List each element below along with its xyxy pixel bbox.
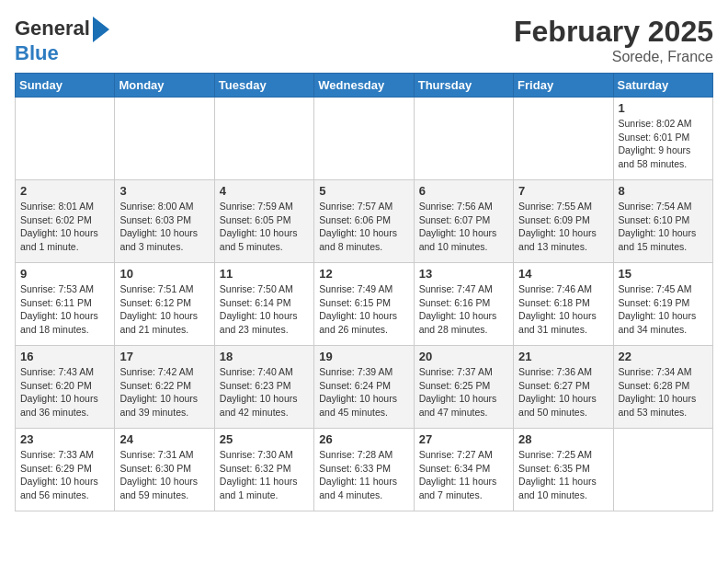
- logo-general: General: [15, 17, 90, 40]
- day-info: Sunrise: 7:54 AM Sunset: 6:10 PM Dayligh…: [619, 200, 708, 254]
- calendar-cell: [514, 98, 613, 180]
- day-number: 28: [518, 432, 608, 446]
- day-info: Sunrise: 7:51 AM Sunset: 6:12 PM Dayligh…: [119, 282, 209, 337]
- day-info: Sunrise: 8:02 AM Sunset: 6:01 PM Dayligh…: [619, 117, 708, 171]
- calendar-cell: 26Sunrise: 7:28 AM Sunset: 6:33 PM Dayli…: [314, 429, 414, 511]
- day-number: 22: [619, 350, 708, 363]
- day-info: Sunrise: 7:57 AM Sunset: 6:06 PM Dayligh…: [319, 200, 408, 254]
- calendar-cell: 3Sunrise: 8:00 AM Sunset: 6:03 PM Daylig…: [115, 180, 214, 263]
- day-info: Sunrise: 8:01 AM Sunset: 6:02 PM Dayligh…: [20, 200, 109, 254]
- day-number: 17: [119, 350, 209, 363]
- day-info: Sunrise: 7:55 AM Sunset: 6:09 PM Dayligh…: [518, 200, 608, 254]
- calendar-cell: 10Sunrise: 7:51 AM Sunset: 6:12 PM Dayli…: [115, 263, 214, 346]
- day-number: 5: [319, 184, 408, 198]
- calendar-cell: [16, 98, 115, 180]
- day-number: 14: [518, 267, 608, 281]
- day-number: 23: [20, 432, 109, 446]
- calendar-cell: 18Sunrise: 7:40 AM Sunset: 6:23 PM Dayli…: [214, 346, 313, 429]
- day-info: Sunrise: 7:36 AM Sunset: 6:27 PM Dayligh…: [518, 365, 608, 419]
- day-info: Sunrise: 7:39 AM Sunset: 6:24 PM Dayligh…: [319, 365, 408, 419]
- calendar-cell: 25Sunrise: 7:30 AM Sunset: 6:32 PM Dayli…: [214, 429, 313, 511]
- day-info: Sunrise: 7:53 AM Sunset: 6:11 PM Dayligh…: [20, 282, 109, 337]
- calendar-cell: 14Sunrise: 7:46 AM Sunset: 6:18 PM Dayli…: [514, 263, 613, 346]
- week-row-4: 16Sunrise: 7:43 AM Sunset: 6:20 PM Dayli…: [16, 346, 713, 429]
- weekday-header-tuesday: Tuesday: [214, 74, 313, 98]
- day-number: 19: [319, 350, 408, 363]
- day-info: Sunrise: 7:37 AM Sunset: 6:25 PM Dayligh…: [419, 365, 508, 419]
- day-number: 25: [220, 432, 309, 446]
- day-number: 26: [319, 432, 408, 446]
- day-info: Sunrise: 7:25 AM Sunset: 6:35 PM Dayligh…: [518, 448, 608, 502]
- calendar-table: SundayMondayTuesdayWednesdayThursdayFrid…: [15, 73, 713, 511]
- calendar-cell: 2Sunrise: 8:01 AM Sunset: 6:02 PM Daylig…: [16, 180, 115, 263]
- calendar-cell: 22Sunrise: 7:34 AM Sunset: 6:28 PM Dayli…: [613, 346, 712, 429]
- logo-arrow-icon: [93, 17, 109, 42]
- day-number: 9: [20, 267, 109, 281]
- weekday-header-friday: Friday: [514, 74, 613, 98]
- calendar-cell: 1Sunrise: 8:02 AM Sunset: 6:01 PM Daylig…: [613, 98, 712, 180]
- day-number: 3: [119, 184, 209, 198]
- day-info: Sunrise: 7:46 AM Sunset: 6:18 PM Dayligh…: [518, 282, 608, 337]
- week-row-5: 23Sunrise: 7:33 AM Sunset: 6:29 PM Dayli…: [16, 429, 713, 511]
- calendar-cell: 6Sunrise: 7:56 AM Sunset: 6:07 PM Daylig…: [414, 180, 513, 263]
- weekday-header-thursday: Thursday: [414, 74, 513, 98]
- day-number: 15: [619, 267, 708, 281]
- day-info: Sunrise: 7:49 AM Sunset: 6:15 PM Dayligh…: [319, 282, 408, 337]
- calendar-cell: 21Sunrise: 7:36 AM Sunset: 6:27 PM Dayli…: [514, 346, 613, 429]
- calendar-cell: 13Sunrise: 7:47 AM Sunset: 6:16 PM Dayli…: [414, 263, 513, 346]
- day-info: Sunrise: 7:42 AM Sunset: 6:22 PM Dayligh…: [119, 365, 209, 419]
- day-number: 10: [119, 267, 209, 281]
- calendar-title: February 2025: [514, 15, 713, 49]
- day-number: 13: [419, 267, 508, 281]
- week-row-1: 1Sunrise: 8:02 AM Sunset: 6:01 PM Daylig…: [16, 98, 713, 180]
- calendar-cell: [115, 98, 214, 180]
- day-number: 6: [419, 184, 508, 198]
- logo-blue: Blue: [15, 42, 109, 64]
- day-info: Sunrise: 7:27 AM Sunset: 6:34 PM Dayligh…: [419, 448, 508, 502]
- day-info: Sunrise: 7:47 AM Sunset: 6:16 PM Dayligh…: [419, 282, 508, 337]
- logo: General Blue: [15, 15, 109, 64]
- day-number: 18: [220, 350, 309, 363]
- day-number: 24: [119, 432, 209, 446]
- day-number: 1: [619, 101, 708, 115]
- title-block: February 2025 Sorede, France: [514, 15, 713, 65]
- day-number: 21: [518, 350, 608, 363]
- day-number: 12: [319, 267, 408, 281]
- calendar-cell: [214, 98, 313, 180]
- day-info: Sunrise: 7:31 AM Sunset: 6:30 PM Dayligh…: [119, 448, 209, 502]
- calendar-cell: 24Sunrise: 7:31 AM Sunset: 6:30 PM Dayli…: [115, 429, 214, 511]
- calendar-cell: [613, 429, 712, 511]
- day-info: Sunrise: 7:56 AM Sunset: 6:07 PM Dayligh…: [419, 200, 508, 254]
- day-info: Sunrise: 7:50 AM Sunset: 6:14 PM Dayligh…: [220, 282, 309, 337]
- day-number: 20: [419, 350, 508, 363]
- day-info: Sunrise: 7:45 AM Sunset: 6:19 PM Dayligh…: [619, 282, 708, 337]
- day-number: 27: [419, 432, 508, 446]
- calendar-cell: 16Sunrise: 7:43 AM Sunset: 6:20 PM Dayli…: [16, 346, 115, 429]
- calendar-cell: 4Sunrise: 7:59 AM Sunset: 6:05 PM Daylig…: [214, 180, 313, 263]
- week-row-2: 2Sunrise: 8:01 AM Sunset: 6:02 PM Daylig…: [16, 180, 713, 263]
- weekday-header-sunday: Sunday: [16, 74, 115, 98]
- calendar-cell: 9Sunrise: 7:53 AM Sunset: 6:11 PM Daylig…: [16, 263, 115, 346]
- day-number: 4: [220, 184, 309, 198]
- day-number: 8: [619, 184, 708, 198]
- calendar-cell: 15Sunrise: 7:45 AM Sunset: 6:19 PM Dayli…: [613, 263, 712, 346]
- calendar-subtitle: Sorede, France: [514, 49, 713, 65]
- weekday-header-wednesday: Wednesday: [314, 74, 414, 98]
- day-info: Sunrise: 7:30 AM Sunset: 6:32 PM Dayligh…: [220, 448, 309, 502]
- calendar-cell: 12Sunrise: 7:49 AM Sunset: 6:15 PM Dayli…: [314, 263, 414, 346]
- calendar-cell: 7Sunrise: 7:55 AM Sunset: 6:09 PM Daylig…: [514, 180, 613, 263]
- calendar-cell: 23Sunrise: 7:33 AM Sunset: 6:29 PM Dayli…: [16, 429, 115, 511]
- day-info: Sunrise: 7:33 AM Sunset: 6:29 PM Dayligh…: [20, 448, 109, 502]
- day-info: Sunrise: 7:59 AM Sunset: 6:05 PM Dayligh…: [220, 200, 309, 254]
- day-info: Sunrise: 7:34 AM Sunset: 6:28 PM Dayligh…: [619, 365, 708, 419]
- calendar-cell: [414, 98, 513, 180]
- weekday-header-row: SundayMondayTuesdayWednesdayThursdayFrid…: [16, 74, 713, 98]
- day-info: Sunrise: 7:28 AM Sunset: 6:33 PM Dayligh…: [319, 448, 408, 502]
- calendar-cell: 8Sunrise: 7:54 AM Sunset: 6:10 PM Daylig…: [613, 180, 712, 263]
- day-number: 7: [518, 184, 608, 198]
- calendar-cell: 27Sunrise: 7:27 AM Sunset: 6:34 PM Dayli…: [414, 429, 513, 511]
- calendar-cell: 20Sunrise: 7:37 AM Sunset: 6:25 PM Dayli…: [414, 346, 513, 429]
- calendar-cell: 28Sunrise: 7:25 AM Sunset: 6:35 PM Dayli…: [514, 429, 613, 511]
- weekday-header-saturday: Saturday: [613, 74, 712, 98]
- calendar-cell: 11Sunrise: 7:50 AM Sunset: 6:14 PM Dayli…: [214, 263, 313, 346]
